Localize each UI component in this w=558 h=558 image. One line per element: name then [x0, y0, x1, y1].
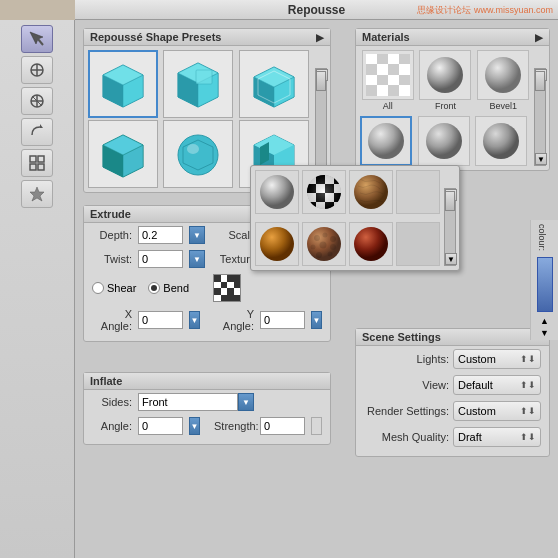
svg-marker-14: [30, 187, 44, 201]
svg-marker-9: [40, 124, 43, 128]
colour-arrows: ▲ ▼: [531, 314, 558, 340]
materials-panel: Materials ▶: [355, 28, 550, 171]
shape-item-5[interactable]: [163, 120, 233, 188]
shape-item-3[interactable]: [239, 50, 309, 118]
sides-input[interactable]: [138, 393, 238, 411]
mesh-arrow-icon: ⬆⬇: [520, 432, 536, 442]
material-popup: ▲ ▼: [250, 165, 460, 271]
bend-radio-circle[interactable]: [148, 282, 160, 294]
popup-scroll-thumb[interactable]: [445, 191, 455, 211]
shape-presets-arrow[interactable]: ▶: [316, 32, 324, 43]
sides-dropdown[interactable]: ▼: [238, 393, 254, 411]
shape-presets-title: Repoussé Shape Presets ▶: [84, 29, 330, 46]
popup-item-6[interactable]: [302, 222, 346, 266]
shape-item-2[interactable]: [163, 50, 233, 118]
colour-up[interactable]: ▲: [540, 316, 549, 326]
sides-label: Sides:: [92, 396, 132, 408]
bend-label: Bend: [163, 282, 189, 294]
shear-bend-group: Shear Bend: [84, 271, 330, 305]
svg-rect-23: [196, 70, 212, 84]
svg-rect-12: [30, 164, 36, 170]
twist-input[interactable]: [138, 250, 183, 268]
colour-panel: colour: ▲ ▼: [530, 220, 558, 340]
svg-point-100: [328, 252, 333, 257]
render-arrow-icon: ⬆⬇: [520, 406, 536, 416]
popup-item-2[interactable]: [302, 170, 346, 214]
title-text: Repousse: [288, 3, 345, 17]
svg-point-95: [330, 236, 336, 242]
popup-scrollbar[interactable]: ▲ ▼: [444, 188, 456, 266]
material-row2-2[interactable]: [418, 116, 470, 166]
shear-radio-circle[interactable]: [92, 282, 104, 294]
view-dropdown[interactable]: Default ⬆⬇: [453, 375, 541, 395]
svg-rect-10: [30, 156, 36, 162]
material-front[interactable]: [419, 50, 471, 100]
popup-item-4[interactable]: [396, 170, 440, 214]
render-settings-row: Render Settings: Custom ⬆⬇: [356, 398, 549, 424]
svg-rect-55: [388, 85, 399, 96]
y-angle-input[interactable]: [260, 311, 305, 329]
mesh-quality-row: Mesh Quality: Draft ⬆⬇: [356, 424, 549, 450]
qr-code-box[interactable]: [213, 274, 241, 302]
mesh-dropdown[interactable]: Draft ⬆⬇: [453, 427, 541, 447]
strength-input[interactable]: [260, 417, 305, 435]
x-angle-dropdown[interactable]: ▼: [189, 311, 200, 329]
twist-label: Twist:: [92, 253, 132, 265]
shape-item-4[interactable]: [88, 120, 158, 188]
colour-label: colour:: [531, 220, 553, 255]
popup-item-5[interactable]: [255, 222, 299, 266]
x-angle-input[interactable]: [138, 311, 183, 329]
shear-radio[interactable]: Shear: [92, 282, 136, 294]
y-angle-dropdown[interactable]: ▼: [311, 311, 322, 329]
x-angle-label: X Angle:: [92, 308, 132, 332]
angle-dropdown[interactable]: ▼: [189, 417, 200, 435]
depth-dropdown[interactable]: ▼: [189, 226, 205, 244]
colour-down[interactable]: ▼: [540, 328, 549, 338]
svg-rect-87: [397, 171, 439, 213]
material-all[interactable]: [362, 50, 414, 100]
popup-item-7[interactable]: [349, 222, 393, 266]
popup-item-8[interactable]: [396, 222, 440, 266]
render-dropdown[interactable]: Custom ⬆⬇: [453, 401, 541, 421]
popup-scroll-down[interactable]: ▼: [445, 253, 457, 265]
material-row2-3[interactable]: [475, 116, 527, 166]
colour-indicator[interactable]: [537, 257, 553, 312]
toolbar-btn-2[interactable]: [21, 56, 53, 84]
svg-rect-41: [366, 54, 377, 64]
svg-rect-52: [399, 75, 410, 85]
materials-scrollbar[interactable]: ▲ ▼: [534, 68, 546, 166]
twist-dropdown[interactable]: ▼: [189, 250, 205, 268]
svg-rect-49: [366, 75, 377, 85]
svg-rect-50: [377, 75, 388, 85]
lights-dropdown[interactable]: Custom ⬆⬇: [453, 349, 541, 369]
view-value: Default: [458, 379, 493, 391]
popup-item-3[interactable]: [349, 170, 393, 214]
shape-item-1[interactable]: [88, 50, 158, 118]
view-arrow-icon: ⬆⬇: [520, 380, 536, 390]
y-angle-label: Y Angle:: [214, 308, 254, 332]
svg-point-58: [485, 57, 521, 93]
toolbar-btn-3[interactable]: [21, 87, 53, 115]
mesh-value: Draft: [458, 431, 482, 443]
toolbar-btn-5[interactable]: [21, 149, 53, 177]
popup-item-1[interactable]: [255, 170, 299, 214]
svg-point-61: [483, 123, 519, 159]
material-row2-1[interactable]: [360, 116, 412, 166]
toolbar-btn-4[interactable]: [21, 118, 53, 146]
toolbar-btn-6[interactable]: [21, 180, 53, 208]
shape-scroll-thumb[interactable]: [316, 71, 326, 91]
popup-grid-row1: [251, 166, 459, 218]
bend-radio[interactable]: Bend: [148, 282, 189, 294]
mat-scroll-down[interactable]: ▼: [535, 153, 547, 165]
left-toolbar: [0, 20, 75, 558]
toolbar-btn-1[interactable]: [21, 25, 53, 53]
lights-label: Lights:: [364, 353, 449, 365]
main-panel: Repoussé Shape Presets ▶: [75, 20, 558, 558]
mesh-label: Mesh Quality:: [364, 431, 449, 443]
angle-input[interactable]: [138, 417, 183, 435]
material-bevel1[interactable]: [477, 50, 529, 100]
mat-scroll-thumb[interactable]: [535, 71, 545, 91]
materials-arrow[interactable]: ▶: [535, 32, 543, 43]
svg-rect-48: [399, 64, 410, 75]
depth-input[interactable]: [138, 226, 183, 244]
